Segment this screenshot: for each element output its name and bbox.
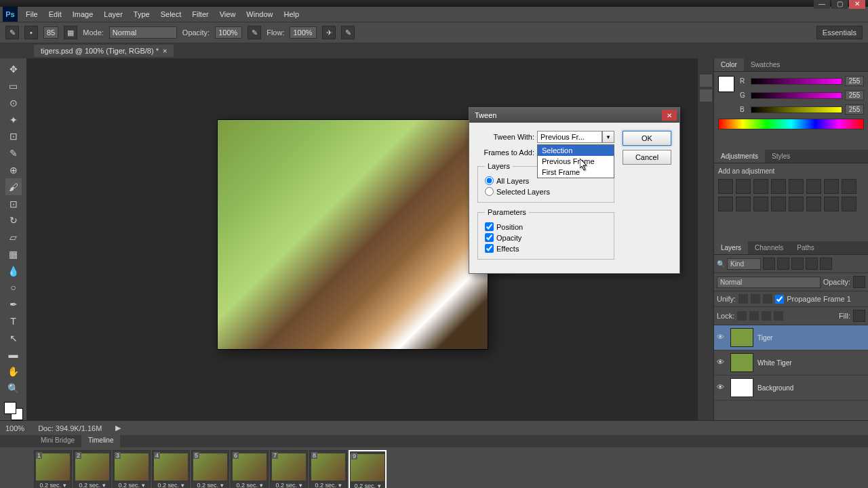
color-spectrum[interactable] bbox=[718, 119, 864, 129]
flow-field[interactable]: 100% bbox=[290, 26, 317, 39]
lock-pixels-icon[interactable] bbox=[749, 311, 759, 321]
workspace-switcher[interactable]: Essentials bbox=[816, 26, 863, 39]
dodge-tool-icon[interactable]: ○ bbox=[5, 279, 22, 296]
animation-frame[interactable]: 5 0.2 sec. ▾ bbox=[191, 450, 229, 488]
layer-thumbnail[interactable] bbox=[730, 378, 753, 397]
layer-thumbnail[interactable] bbox=[730, 353, 753, 372]
adjustment-icon[interactable] bbox=[736, 179, 751, 194]
type-tool-icon[interactable]: T bbox=[5, 312, 22, 329]
unify-style-icon[interactable] bbox=[763, 294, 772, 304]
zoom-level[interactable]: 100% bbox=[5, 424, 24, 432]
blur-tool-icon[interactable]: 💧 bbox=[5, 262, 22, 279]
menu-file[interactable]: File bbox=[20, 8, 43, 20]
filter-smart-icon[interactable] bbox=[820, 258, 832, 270]
frame-delay[interactable]: 0.2 sec. ▾ bbox=[77, 481, 106, 488]
timeline-tab[interactable]: Timeline bbox=[81, 435, 120, 447]
lock-transparency-icon[interactable] bbox=[737, 311, 747, 321]
history-brush-icon[interactable]: ↻ bbox=[5, 212, 22, 229]
g-slider[interactable] bbox=[751, 92, 842, 99]
unify-visibility-icon[interactable] bbox=[751, 294, 760, 304]
ok-button[interactable]: OK bbox=[623, 131, 671, 146]
adjustment-icon[interactable] bbox=[736, 197, 751, 211]
unify-position-icon[interactable] bbox=[738, 294, 748, 304]
dropdown-arrow-icon[interactable]: ▼ bbox=[602, 131, 614, 143]
crop-tool-icon[interactable]: ⊡ bbox=[5, 128, 22, 145]
adjustment-icon[interactable] bbox=[718, 197, 733, 211]
cancel-button[interactable]: Cancel bbox=[623, 150, 671, 165]
layer-blend-select[interactable]: Normal bbox=[717, 277, 821, 288]
document-canvas[interactable] bbox=[217, 119, 488, 350]
dialog-close-button[interactable]: ✕ bbox=[662, 110, 677, 121]
menu-help[interactable]: Help bbox=[278, 8, 304, 20]
layers-tab[interactable]: Layers bbox=[714, 241, 748, 254]
layer-row[interactable]: 👁 White Tiger bbox=[714, 350, 868, 375]
wand-tool-icon[interactable]: ✦ bbox=[5, 111, 22, 128]
propagate-checkbox[interactable] bbox=[775, 295, 784, 304]
close-window-button[interactable]: ✕ bbox=[849, 0, 865, 9]
healing-tool-icon[interactable]: ⊕ bbox=[5, 162, 22, 179]
visibility-eye-icon[interactable]: 👁 bbox=[717, 358, 726, 367]
frame-delay[interactable]: 0.2 sec. ▾ bbox=[195, 481, 224, 488]
blend-mode-select[interactable]: Normal bbox=[109, 26, 177, 39]
frame-delay[interactable]: 0.2 sec. ▾ bbox=[313, 481, 342, 488]
layer-opacity-field[interactable] bbox=[853, 276, 865, 288]
adjustment-icon[interactable] bbox=[842, 197, 856, 211]
hand-tool-icon[interactable]: ✋ bbox=[5, 363, 22, 380]
animation-frame[interactable]: 9 0.2 sec. ▾ bbox=[349, 450, 387, 488]
visibility-eye-icon[interactable]: 👁 bbox=[717, 333, 726, 342]
position-checkbox[interactable] bbox=[485, 222, 494, 231]
document-tab[interactable]: tigers.psd @ 100% (Tiger, RGB/8) * × bbox=[34, 45, 174, 57]
r-slider[interactable] bbox=[751, 78, 842, 85]
filter-adjust-icon[interactable] bbox=[777, 258, 789, 270]
brush-preset-icon[interactable]: • bbox=[24, 26, 38, 39]
menu-image[interactable]: Image bbox=[67, 8, 99, 20]
adjustment-icon[interactable] bbox=[806, 179, 821, 194]
fill-field[interactable] bbox=[853, 310, 865, 322]
filter-shape-icon[interactable] bbox=[806, 258, 818, 270]
adjustment-icon[interactable] bbox=[806, 197, 821, 211]
animation-frame[interactable]: 8 0.2 sec. ▾ bbox=[309, 450, 347, 488]
frame-delay[interactable]: 0.2 sec. ▾ bbox=[117, 481, 146, 488]
dropdown-option[interactable]: First Frame bbox=[538, 167, 614, 178]
adjustment-icon[interactable] bbox=[753, 197, 768, 211]
animation-frame[interactable]: 7 0.2 sec. ▾ bbox=[270, 450, 308, 488]
layer-row[interactable]: 👁 Background bbox=[714, 375, 868, 401]
r-value[interactable]: 255 bbox=[845, 76, 864, 86]
opacity-field[interactable]: 100% bbox=[215, 26, 242, 39]
dropdown-option[interactable]: Selection bbox=[538, 145, 614, 156]
eyedropper-tool-icon[interactable]: ✎ bbox=[5, 145, 22, 162]
animation-frame[interactable]: 1 0.2 sec. ▾ bbox=[34, 450, 72, 488]
lock-position-icon[interactable] bbox=[762, 311, 771, 321]
adjustment-icon[interactable] bbox=[789, 179, 804, 194]
minimize-button[interactable]: — bbox=[814, 0, 830, 9]
path-select-icon[interactable]: ↖ bbox=[5, 329, 22, 346]
adjustment-icon[interactable] bbox=[771, 197, 786, 211]
b-slider[interactable] bbox=[751, 106, 842, 113]
brush-tool-icon[interactable]: 🖌 bbox=[5, 178, 22, 195]
filter-pixel-icon[interactable] bbox=[763, 258, 775, 270]
animation-frame[interactable]: 2 0.2 sec. ▾ bbox=[73, 450, 111, 488]
menu-filter[interactable]: Filter bbox=[186, 8, 214, 20]
brush-tool-icon[interactable]: ✎ bbox=[5, 26, 19, 39]
adjustment-icon[interactable] bbox=[753, 179, 768, 194]
adjustment-icon[interactable] bbox=[789, 197, 804, 211]
adjustment-icon[interactable] bbox=[718, 179, 733, 194]
frame-delay[interactable]: 0.2 sec. ▾ bbox=[353, 481, 382, 488]
frame-delay[interactable]: 0.2 sec. ▾ bbox=[235, 481, 264, 488]
close-document-icon[interactable]: × bbox=[163, 47, 167, 55]
gradient-tool-icon[interactable]: ▦ bbox=[5, 245, 22, 262]
animation-frame[interactable]: 6 0.2 sec. ▾ bbox=[231, 450, 269, 488]
channels-tab[interactable]: Channels bbox=[748, 241, 790, 254]
menu-layer[interactable]: Layer bbox=[98, 8, 128, 20]
dock-icon[interactable] bbox=[700, 89, 712, 102]
layer-row[interactable]: 👁 Tiger bbox=[714, 325, 868, 350]
maximize-button[interactable]: ▢ bbox=[831, 0, 848, 9]
all-layers-radio[interactable] bbox=[485, 176, 494, 185]
adjustment-icon[interactable] bbox=[824, 197, 839, 211]
frame-delay[interactable]: 0.2 sec. ▾ bbox=[38, 481, 67, 488]
effects-checkbox[interactable] bbox=[485, 244, 494, 253]
animation-frame[interactable]: 4 0.2 sec. ▾ bbox=[152, 450, 190, 488]
color-swatches[interactable] bbox=[4, 402, 23, 420]
layer-name-label[interactable]: White Tiger bbox=[757, 359, 792, 367]
b-value[interactable]: 255 bbox=[845, 104, 864, 115]
